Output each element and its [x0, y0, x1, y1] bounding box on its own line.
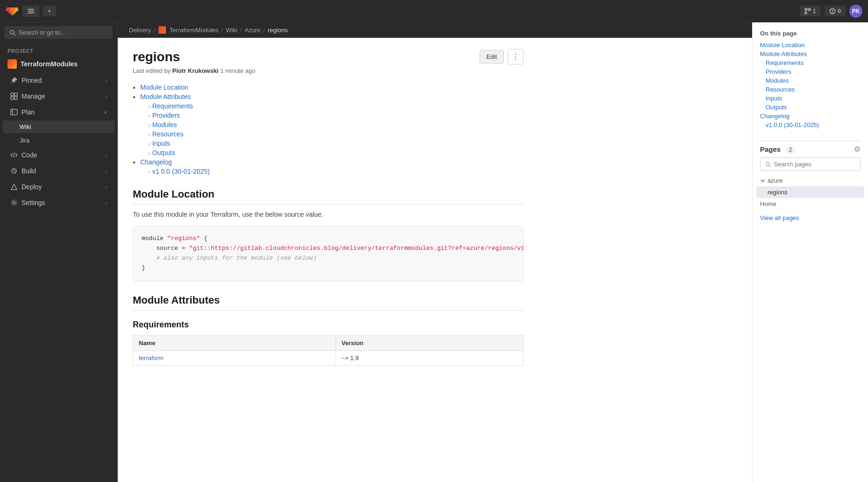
breadcrumb-azure[interactable]: Azure: [244, 27, 260, 34]
project-logo-icon: [7, 59, 17, 69]
sidebar-item-jira-label: Jira: [20, 137, 29, 144]
issues-button[interactable]: 9: [825, 6, 846, 16]
on-this-page-section: On this page Module Location Module Attr…: [753, 30, 868, 137]
table-col-name: Name: [133, 335, 336, 350]
pages-title-group: Pages 2: [760, 145, 795, 154]
toc-link-v100[interactable]: v1.0.0 (30-01-2025): [152, 168, 210, 175]
rs-toc-outputs[interactable]: Outputs: [766, 103, 861, 112]
breadcrumb-delivery[interactable]: Delivery: [129, 27, 151, 34]
pages-page-regions[interactable]: regions: [756, 186, 864, 198]
svg-rect-8: [832, 12, 833, 13]
breadcrumb-wiki[interactable]: Wiki: [226, 27, 237, 34]
pages-title: Pages: [760, 145, 781, 153]
svg-line-24: [769, 165, 771, 167]
main-inner: regions Edit ⋮ Last edited by Piotr Kruk…: [118, 38, 538, 383]
sidebar-item-build[interactable]: Build ›: [3, 163, 115, 178]
toc-link-module-location[interactable]: Module Location: [140, 84, 188, 91]
toc-item-changelog: Changelog v1.0.0 (30-01-2025): [140, 158, 524, 175]
pages-search[interactable]: [760, 157, 861, 171]
pages-search-input[interactable]: [774, 161, 855, 168]
rs-toc-changelog[interactable]: Changelog: [760, 112, 861, 120]
toc-link-providers[interactable]: Providers: [152, 112, 180, 119]
sidebar-item-plan-label: Plan: [22, 108, 35, 116]
sidebar-item-wiki-label: Wiki: [20, 123, 31, 130]
sidebar-toggle-button[interactable]: [22, 6, 39, 17]
sidebar-item-settings[interactable]: Settings ›: [3, 195, 115, 210]
toc-link-resources[interactable]: Resources: [152, 130, 184, 138]
terraformmodules-logo-icon: [158, 26, 166, 34]
chevron-right-icon: ›: [106, 184, 107, 190]
pages-page-home[interactable]: Home: [756, 198, 864, 210]
main-content: Delivery / TerraformModules / Wiki / Azu…: [118, 22, 752, 482]
svg-rect-7: [832, 10, 833, 12]
left-sidebar: Search or go to... Project TerraformModu…: [0, 22, 118, 482]
sidebar-item-plan[interactable]: Plan ∨: [3, 105, 115, 120]
rs-toc-modules[interactable]: Modules: [766, 76, 861, 85]
table-row: terraform ~> 1.9: [133, 350, 524, 365]
rs-toc-inputs[interactable]: Inputs: [766, 94, 861, 103]
sidebar-item-code[interactable]: Code ›: [3, 148, 115, 163]
project-name: TerraformModules: [0, 56, 117, 72]
toc-sub-providers: Providers: [148, 112, 524, 119]
svg-line-21: [14, 171, 15, 172]
pages-page-home-label: Home: [760, 200, 776, 207]
rs-toc-requirements[interactable]: Requirements: [766, 58, 861, 67]
edit-button[interactable]: Edit: [480, 50, 504, 64]
svg-rect-2: [28, 13, 34, 14]
on-this-page-title: On this page: [760, 30, 861, 37]
rs-toc-module-attributes[interactable]: Module Attributes: [760, 50, 861, 58]
sidebar-item-deploy[interactable]: Deploy ›: [3, 179, 115, 194]
breadcrumb: Delivery / TerraformModules / Wiki / Azu…: [118, 22, 752, 38]
breadcrumb-sep-3: /: [240, 27, 242, 34]
pages-folder-azure[interactable]: azure: [756, 175, 864, 186]
rs-toc-v100[interactable]: v1.0.0 (30-01-2025): [766, 120, 861, 129]
svg-rect-11: [11, 93, 14, 96]
toc-link-changelog[interactable]: Changelog: [140, 158, 172, 166]
rs-toc-resources[interactable]: Resources: [766, 85, 861, 94]
table-header-row: Name Version: [133, 335, 524, 350]
sidebar-item-settings-label: Settings: [22, 199, 45, 206]
section-heading-module-location: Module Location: [133, 188, 524, 205]
chevron-right-icon: ›: [106, 169, 107, 174]
view-all-pages-link[interactable]: View all pages: [760, 214, 799, 221]
gitlab-logo: [6, 4, 19, 19]
toc-item-module-location: Module Location: [140, 84, 524, 91]
svg-line-18: [14, 153, 14, 157]
chevron-down-icon: ∨: [104, 110, 107, 115]
avatar[interactable]: PK: [849, 5, 862, 18]
toc-link-inputs[interactable]: Inputs: [152, 140, 170, 147]
merge-requests-button[interactable]: 1: [800, 6, 821, 16]
breadcrumb-terraformmodules[interactable]: TerraformModules: [170, 27, 219, 34]
more-options-button[interactable]: ⋮: [508, 49, 524, 64]
toc-item-module-attributes: Module Attributes Requirements Providers…: [140, 93, 524, 156]
sidebar-item-pinned[interactable]: Pinned ›: [3, 73, 115, 88]
svg-point-22: [13, 202, 15, 204]
new-item-button[interactable]: +: [43, 6, 56, 16]
sidebar-item-manage[interactable]: Manage ›: [3, 89, 115, 104]
toc-link-requirements[interactable]: Requirements: [152, 102, 193, 110]
pages-header: Pages 2 ⚙: [753, 145, 868, 154]
rs-toc-providers[interactable]: Providers: [766, 67, 861, 76]
page-title: regions: [133, 50, 180, 64]
section-heading-module-attributes: Module Attributes: [133, 294, 524, 311]
toc-sub-requirements: Requirements: [148, 102, 524, 110]
issues-count: 9: [838, 7, 841, 14]
page-meta: Last edited by Piotr Krukowski 1 minute …: [133, 67, 524, 74]
toc-link-module-attributes[interactable]: Module Attributes: [140, 93, 191, 100]
divider: [760, 141, 861, 141]
toc-link-outputs[interactable]: Outputs: [152, 149, 175, 156]
sidebar-item-wiki[interactable]: Wiki: [3, 120, 115, 133]
svg-rect-14: [14, 97, 17, 99]
svg-rect-1: [28, 11, 34, 12]
pages-tree: azure regions Home: [753, 175, 868, 210]
pages-settings-icon[interactable]: ⚙: [854, 145, 861, 154]
sidebar-item-jira[interactable]: Jira: [3, 134, 115, 147]
toc-link-modules[interactable]: Modules: [152, 121, 177, 128]
svg-rect-15: [11, 109, 17, 115]
search-bar[interactable]: Search or go to...: [5, 26, 113, 39]
toc-sub-v100: v1.0.0 (30-01-2025): [148, 168, 524, 175]
chevron-right-icon: ›: [106, 200, 107, 206]
svg-point-23: [766, 162, 769, 165]
terraform-link[interactable]: terraform: [139, 354, 164, 362]
rs-toc-module-location[interactable]: Module Location: [760, 41, 861, 50]
